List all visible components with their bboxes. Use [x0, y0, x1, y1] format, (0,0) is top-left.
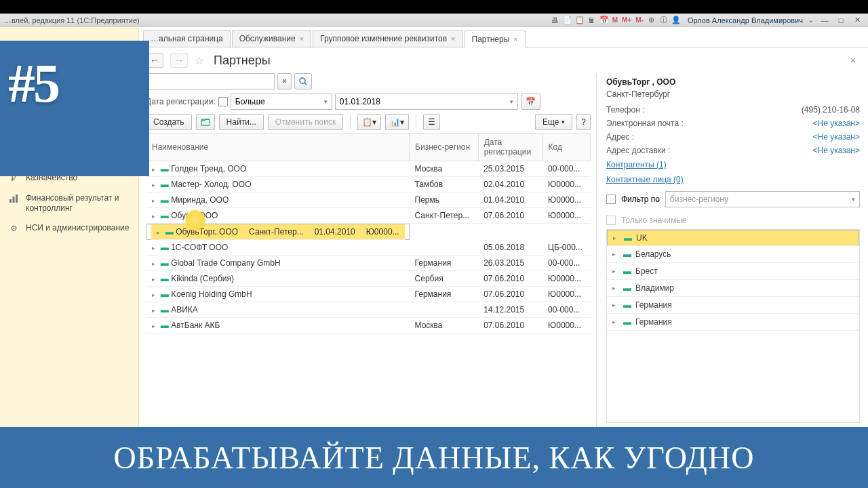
close-icon[interactable]: × — [300, 35, 304, 43]
expand-icon[interactable]: ▸ — [152, 197, 159, 204]
filter-op-select[interactable]: Больше▾ — [231, 94, 332, 110]
item-icon: ▬ — [161, 258, 169, 268]
m-minus-button[interactable]: M- — [635, 16, 644, 24]
expand-icon[interactable]: ▸ — [613, 235, 620, 241]
region-item[interactable]: ▸▬ UK — [607, 230, 859, 246]
expand-icon[interactable]: ▸ — [612, 302, 619, 308]
table-row[interactable]: ▸ ▬ 1С-СОФТ ООО05.06.2018ЦБ-000... — [146, 240, 591, 256]
sidebar-item-finance[interactable]: Финансовый результат и контроллинг — [0, 188, 138, 218]
close-icon[interactable]: × — [513, 35, 517, 43]
report-button[interactable]: 📊▾ — [385, 114, 409, 130]
item-icon: ▬ — [161, 321, 169, 330]
page-title: Партнеры — [214, 54, 271, 68]
expand-icon[interactable]: ▸ — [157, 229, 163, 236]
col-code[interactable]: Код — [542, 134, 590, 161]
copy-button[interactable]: 📋▾ — [357, 114, 381, 130]
expand-icon[interactable]: ▸ — [152, 213, 159, 220]
m-button[interactable]: M — [612, 16, 618, 24]
table-row[interactable]: ▸ ▬ Koenig Holding GmbHГермания07.06.201… — [146, 287, 591, 302]
sidebar-item-nsi[interactable]: ⚙ НСИ и администрирование — [0, 218, 138, 239]
expand-icon[interactable]: ▸ — [152, 276, 159, 283]
expand-icon[interactable]: ▸ — [612, 285, 619, 291]
significant-checkbox[interactable] — [606, 216, 616, 225]
tab-group-edit[interactable]: Групповое изменение реквизитов× — [313, 30, 462, 47]
find-button[interactable]: Найти... — [219, 114, 264, 130]
opts-icon[interactable]: ⌄ — [806, 16, 815, 25]
addr-value[interactable]: <Не указан> — [812, 132, 860, 142]
tab-service[interactable]: Обслуживание× — [232, 30, 311, 47]
clear-search-button[interactable]: × — [277, 73, 292, 89]
col-name[interactable]: Наименование — [146, 134, 410, 161]
expand-icon[interactable]: ▸ — [152, 323, 159, 329]
date-picker-button[interactable]: 📅 — [521, 94, 540, 110]
back-icon[interactable]: ⊕ — [647, 16, 656, 25]
info-icon[interactable]: ⓘ — [659, 16, 669, 25]
create-button[interactable]: Создать — [146, 114, 192, 130]
item-icon: ▬ — [161, 274, 169, 283]
clipboard-icon[interactable]: 📋 — [575, 16, 585, 25]
close-icon[interactable]: × — [451, 35, 455, 43]
create-group-button[interactable] — [196, 114, 215, 130]
doc-icon[interactable]: 📄 — [563, 16, 572, 25]
region-item[interactable]: ▸▬ Германия — [607, 314, 859, 331]
table-row[interactable]: ▸ ▬ Global Trade Company GmbHГермания26.… — [146, 256, 591, 271]
tab-home[interactable]: …альная страница — [143, 30, 231, 47]
contacts-link[interactable]: Контактные лица (0) — [606, 175, 684, 184]
email-value[interactable]: <Не указан> — [812, 119, 860, 128]
svg-rect-0 — [9, 199, 12, 203]
calc-icon[interactable]: 🖩 — [587, 16, 597, 25]
col-region[interactable]: Бизнес-регион — [410, 134, 479, 161]
table-row[interactable]: ▸ ▬ Мастер- Холод, ОООТамбов02.04.2010Ю0… — [146, 177, 591, 192]
item-icon: ▬ — [623, 300, 631, 310]
col-date[interactable]: Дата регистрации — [478, 134, 542, 161]
region-item[interactable]: ▸▬ Владимир — [607, 280, 859, 297]
tab-partners[interactable]: Партнеры× — [465, 30, 526, 47]
expand-icon[interactable]: ▸ — [612, 319, 619, 325]
window-close-button[interactable]: ✕ — [850, 16, 864, 24]
m-plus-button[interactable]: M+ — [622, 16, 631, 24]
search-input[interactable] — [146, 73, 275, 89]
more-button[interactable]: Еще ▾ — [535, 114, 572, 130]
nav-forward-button[interactable]: → — [170, 53, 188, 68]
ship-value[interactable]: <Не указан> — [812, 146, 860, 155]
region-item[interactable]: ▸▬ Германия — [607, 297, 859, 314]
item-icon: ▬ — [161, 243, 169, 252]
region-item[interactable]: ▸▬ Брест — [607, 263, 859, 280]
help-button[interactable]: ? — [576, 114, 591, 130]
filter-by-checkbox[interactable] — [606, 195, 616, 204]
list-view-button[interactable]: ☰ — [423, 114, 440, 130]
minimize-button[interactable]: — — [818, 16, 831, 24]
item-icon: ▬ — [161, 180, 169, 189]
filter-checkbox[interactable] — [218, 97, 228, 106]
expand-icon[interactable]: ▸ — [152, 182, 159, 188]
maximize-button[interactable]: □ — [834, 16, 848, 24]
search-button[interactable] — [294, 73, 312, 89]
cancel-find-button[interactable]: Отменить поиск — [268, 114, 343, 130]
partners-table: Наименование Бизнес-регион Дата регистра… — [146, 133, 591, 333]
region-item[interactable]: ▸▬ Беларусь — [607, 246, 859, 263]
table-row[interactable]: ▸ ▬ Голден Тренд, ОООМосква25.03.201500-… — [146, 161, 591, 177]
significant-label: Только значимые — [621, 216, 687, 225]
filter-date-input[interactable]: 01.01.2018▾ — [335, 94, 518, 110]
expand-icon[interactable]: ▸ — [152, 291, 159, 298]
page-close-button[interactable]: × — [850, 55, 861, 66]
expand-icon[interactable]: ▸ — [152, 307, 159, 314]
table-row[interactable]: ▸ ▬ Обувь, ОООСанкт-Петер...07.06.2010Ю0… — [146, 208, 591, 224]
filter-by-select[interactable]: бизнес-региону▾ — [665, 191, 860, 207]
expand-icon[interactable]: ▸ — [152, 260, 159, 267]
expand-icon[interactable]: ▸ — [152, 245, 159, 251]
print-icon[interactable]: 🖶 — [551, 16, 560, 25]
calendar-icon[interactable]: 📅 — [599, 16, 609, 25]
star-icon[interactable]: ☆ — [195, 54, 204, 67]
table-row[interactable]: ▸ ▬ АВИКА14.12.201500-000... — [146, 302, 591, 318]
expand-icon[interactable]: ▸ — [612, 268, 619, 274]
expand-icon[interactable]: ▸ — [612, 251, 619, 258]
table-row[interactable]: ▸ ▬ АвтБанк АКБМосква07.06.2010Ю0000... — [146, 318, 591, 333]
table-row[interactable]: ▸ ▬ Kikinda (Сербия)Сербия07.06.2010Ю000… — [146, 271, 591, 287]
current-user[interactable]: Орлов Александр Владимирович — [688, 16, 803, 24]
phone-value: (495) 210-16-08 — [802, 105, 860, 115]
contragents-link[interactable]: Контрагенты (1) — [606, 160, 667, 169]
table-row[interactable]: ▸ ▬ ОбувьТорг, ОООСанкт-Петер...01.04.20… — [146, 224, 410, 240]
table-row[interactable]: ▸ ▬ Миринда, ОООПермь01.04.2010Ю0000... — [146, 192, 591, 208]
expand-icon[interactable]: ▸ — [152, 166, 159, 173]
